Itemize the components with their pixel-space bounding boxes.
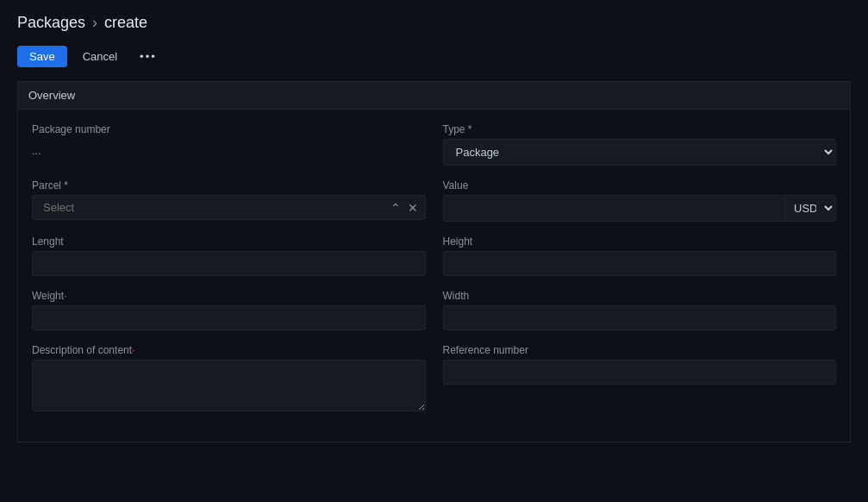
weight-label: Weight· — [32, 290, 426, 302]
length-group: Lenght — [32, 235, 426, 276]
more-options-button[interactable]: ••• — [133, 46, 164, 67]
close-icon[interactable]: ✕ — [408, 201, 418, 215]
length-input[interactable] — [32, 251, 426, 276]
toolbar: Save Cancel ••• — [17, 46, 851, 67]
weight-input[interactable] — [32, 305, 426, 330]
parcel-input[interactable] — [40, 196, 390, 219]
width-group: Width — [443, 290, 837, 330]
type-group: Type * Package Box Envelope — [443, 123, 837, 166]
type-label: Type * — [443, 123, 837, 135]
overview-section: Overview Package number ... Type * Packa… — [17, 81, 851, 442]
breadcrumb: Packages › create — [17, 14, 851, 32]
section-header: Overview — [17, 81, 851, 110]
currency-select[interactable]: USD EUR GBP — [784, 195, 836, 222]
type-select[interactable]: Package Box Envelope — [443, 139, 837, 166]
width-label: Width — [443, 290, 837, 302]
width-input[interactable] — [443, 305, 837, 330]
description-textarea[interactable] — [32, 360, 426, 411]
weight-required: · — [64, 290, 66, 302]
breadcrumb-parent[interactable]: Packages — [17, 14, 85, 32]
form-container: Package number ... Type * Package Box En… — [17, 110, 851, 442]
breadcrumb-separator: › — [92, 14, 97, 32]
reference-label: Reference number — [443, 344, 837, 356]
package-number-label: Package number — [32, 123, 426, 135]
parcel-label: Parcel * — [32, 179, 426, 191]
breadcrumb-current: create — [104, 14, 147, 32]
chevron-up-icon[interactable]: ⌃ — [390, 201, 401, 215]
parcel-icons: ⌃ ✕ — [390, 201, 418, 215]
reference-input[interactable] — [443, 360, 837, 385]
value-group: Value USD EUR GBP — [443, 179, 837, 222]
height-label: Height — [443, 235, 837, 248]
save-button[interactable]: Save — [17, 46, 67, 67]
description-label: Description of content· — [32, 344, 426, 356]
package-number-value: ... — [32, 139, 426, 163]
description-group: Description of content· — [32, 344, 426, 414]
parcel-group: Parcel * ⌃ ✕ — [32, 179, 426, 222]
package-number-group: Package number ... — [32, 123, 426, 166]
weight-group: Weight· — [32, 290, 426, 330]
section-title: Overview — [28, 89, 75, 102]
reference-group: Reference number — [443, 344, 837, 414]
height-input[interactable] — [443, 251, 837, 276]
value-input-wrapper: USD EUR GBP — [443, 195, 837, 222]
length-label: Lenght — [32, 235, 426, 248]
value-label: Value — [443, 179, 837, 191]
form-grid: Package number ... Type * Package Box En… — [32, 123, 836, 428]
description-required: · — [132, 344, 134, 356]
value-input[interactable] — [443, 195, 785, 222]
cancel-button[interactable]: Cancel — [74, 46, 126, 67]
height-group: Height — [443, 235, 837, 276]
parcel-input-wrapper[interactable]: ⌃ ✕ — [32, 195, 426, 220]
